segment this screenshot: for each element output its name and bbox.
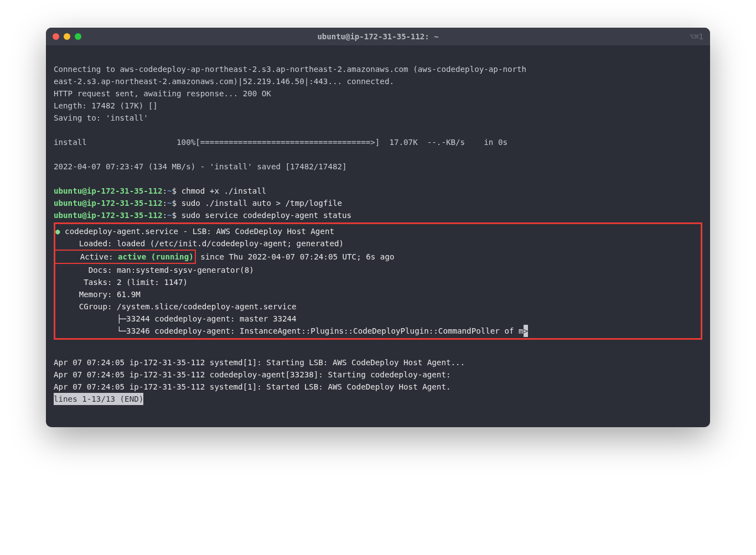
command-text: sudo ./install auto > /tmp/logfile xyxy=(177,199,342,208)
prompt-dollar: $ xyxy=(172,199,177,208)
active-status-highlight: Active: active (running) xyxy=(54,250,196,264)
status-loaded: Loaded: loaded (/etc/init.d/codedeploy-a… xyxy=(55,239,344,248)
service-status-highlight: ● codedeploy-agent.service - LSB: AWS Co… xyxy=(54,222,702,340)
status-memory: Memory: 61.9M xyxy=(55,290,141,299)
journal-log-line: Apr 07 07:24:05 ip-172-31-35-112 codedep… xyxy=(54,370,451,379)
prompt-path: ~ xyxy=(167,186,172,195)
prompt-dollar: $ xyxy=(172,211,177,220)
prompt-line: ubuntu@ip-172-31-35-112:~$ chmod +x ./in… xyxy=(54,186,266,195)
active-status-value: active (running) xyxy=(118,252,194,261)
status-process: ├─33244 codedeploy-agent: master 33244 xyxy=(55,314,297,323)
status-dot-icon: ● xyxy=(55,227,60,236)
output-line: Length: 17482 (17K) [] xyxy=(54,101,158,110)
output-line: install 100%[===========================… xyxy=(54,138,508,147)
prompt-sep: : xyxy=(162,199,167,208)
prompt-line: ubuntu@ip-172-31-35-112:~$ sudo ./instal… xyxy=(54,199,342,208)
terminal-window: ubuntu@ip-172-31-35-112: ~ ⌥⌘1 Connectin… xyxy=(46,28,710,427)
truncation-indicator: > xyxy=(524,325,529,337)
prompt-sep: : xyxy=(162,186,167,195)
status-header: ● codedeploy-agent.service - LSB: AWS Co… xyxy=(55,227,334,236)
status-active-line: Active: active (running) since Thu 2022-… xyxy=(55,252,394,261)
status-process: └─33246 codedeploy-agent: InstanceAgent:… xyxy=(55,326,528,335)
output-line: east-2.s3.ap-northeast-2.amazonaws.com)|… xyxy=(54,77,394,86)
command-text: chmod +x ./install xyxy=(177,186,266,195)
prompt-line: ubuntu@ip-172-31-35-112:~$ sudo service … xyxy=(54,211,351,220)
journal-log-line: Apr 07 07:24:05 ip-172-31-35-112 systemd… xyxy=(54,358,465,367)
output-line: HTTP request sent, awaiting response... … xyxy=(54,89,271,98)
window-title: ubuntu@ip-172-31-35-112: ~ xyxy=(317,32,438,41)
window-titlebar[interactable]: ubuntu@ip-172-31-35-112: ~ ⌥⌘1 xyxy=(46,28,710,45)
prompt-path: ~ xyxy=(167,199,172,208)
prompt-host: ubuntu@ip-172-31-35-112 xyxy=(54,211,162,220)
traffic-lights xyxy=(53,33,81,40)
pager-status[interactable]: lines 1-13/13 (END) xyxy=(54,393,143,405)
journal-log-line: Apr 07 07:24:05 ip-172-31-35-112 systemd… xyxy=(54,382,451,391)
maximize-icon[interactable] xyxy=(75,33,81,40)
tab-shortcut-label: ⌥⌘1 xyxy=(690,32,703,41)
prompt-path: ~ xyxy=(167,211,172,220)
terminal-output[interactable]: Connecting to aws-codedeploy-ap-northeas… xyxy=(46,45,710,427)
prompt-host: ubuntu@ip-172-31-35-112 xyxy=(54,199,162,208)
minimize-icon[interactable] xyxy=(64,33,70,40)
command-text: sudo service codedeploy-agent status xyxy=(177,211,351,220)
status-cgroup: CGroup: /system.slice/codedeploy-agent.s… xyxy=(55,302,297,311)
prompt-sep: : xyxy=(162,211,167,220)
status-docs: Docs: man:systemd-sysv-generator(8) xyxy=(55,266,254,274)
prompt-dollar: $ xyxy=(172,186,177,195)
prompt-host: ubuntu@ip-172-31-35-112 xyxy=(54,186,162,195)
close-icon[interactable] xyxy=(53,33,59,40)
output-line: Saving to: 'install' xyxy=(54,113,148,122)
status-tasks: Tasks: 2 (limit: 1147) xyxy=(55,278,188,287)
output-line: Connecting to aws-codedeploy-ap-northeas… xyxy=(54,65,526,74)
output-line: 2022-04-07 07:23:47 (134 MB/s) - 'instal… xyxy=(54,162,347,171)
